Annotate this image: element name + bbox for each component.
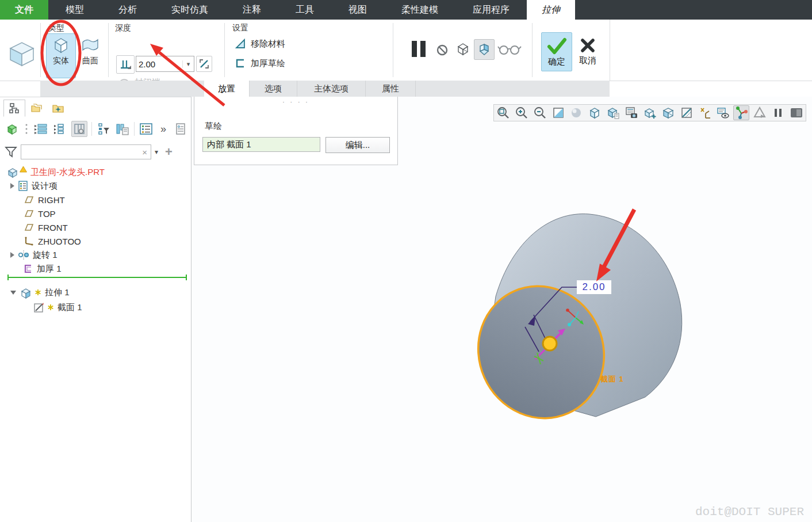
pause-feature-button[interactable] [406, 39, 431, 59]
model-cylinder[interactable] [449, 196, 696, 437]
cutting-plane-button[interactable] [679, 105, 695, 120]
tree-settings-button[interactable] [115, 121, 130, 136]
model-tree-tab[interactable] [3, 100, 25, 117]
menu-tools[interactable]: 工具 [278, 0, 331, 20]
depth-dimension-value[interactable]: 2.00 [577, 280, 611, 294]
new-section-button[interactable] [642, 105, 658, 120]
pending-asterisk-icon [35, 289, 41, 296]
tree-search-input[interactable] [21, 146, 139, 158]
menu-flexible-modeling[interactable]: 柔性建模 [384, 0, 455, 20]
tree-item-thicken[interactable]: 加厚 1 [0, 262, 191, 276]
show-model-button[interactable] [5, 121, 20, 136]
favorites-tab[interactable] [47, 100, 69, 117]
datum-display-button[interactable] [697, 105, 713, 120]
depth-option-button[interactable] [116, 55, 135, 74]
menu-live-simulation[interactable]: 实时仿真 [154, 0, 225, 20]
tree-report-button[interactable] [173, 121, 188, 136]
verify-glasses-button[interactable] [496, 39, 523, 59]
blind-depth-icon [119, 58, 132, 71]
menu-applications[interactable]: 应用程序 [455, 0, 527, 20]
tree-structure-icon [9, 102, 20, 114]
menu-analysis[interactable]: 分析 [101, 0, 154, 20]
tree-item-revolve[interactable]: 旋转 1 [0, 248, 191, 262]
expand-levels-button[interactable] [33, 121, 48, 136]
tab-body-options[interactable]: 主体选项 [297, 81, 366, 97]
pause-display-button[interactable] [770, 105, 786, 120]
collapse-levels-button[interactable] [52, 121, 67, 136]
more-tools-chevron[interactable]: » [158, 121, 169, 136]
tree-insertion-locator[interactable] [7, 277, 187, 278]
wireframe-preview-button[interactable] [453, 39, 473, 59]
tree-item-part[interactable]: 卫生间-水龙头.PRT [0, 165, 191, 179]
section-view-button[interactable] [660, 105, 676, 120]
tree-item-section[interactable]: 截面 1 [0, 300, 191, 315]
tab-options[interactable]: 选项 [250, 81, 297, 97]
tree-filters-button[interactable] [96, 121, 111, 136]
thicken-sketch-label: 加厚草绘 [251, 58, 285, 69]
cancel-button[interactable]: 取消 [573, 32, 603, 70]
zoom-in-button[interactable] [514, 105, 530, 120]
part-name-label: 卫生间-水龙头.PRT [30, 167, 105, 178]
menu-file[interactable]: 文件 [0, 0, 48, 20]
section-feature-tag[interactable]: 截面 1 [600, 374, 624, 384]
surface-type-button[interactable]: 曲面 [75, 33, 105, 78]
depth-value-input[interactable] [136, 58, 182, 70]
drag-dots-handle[interactable] [24, 121, 29, 136]
spin-center-button[interactable] [733, 105, 749, 120]
menu-tab-extrude-active[interactable]: 拉伸 [527, 0, 575, 20]
collapse-caret-icon[interactable] [10, 291, 16, 295]
flip-direction-icon [198, 58, 210, 70]
revolve-label: 旋转 1 [33, 250, 58, 261]
boxed-list-icon [139, 123, 153, 135]
annotation-display-button[interactable] [715, 105, 731, 120]
simulation-play-button[interactable] [752, 105, 768, 120]
menu-model[interactable]: 模型 [48, 0, 101, 20]
display-style-button[interactable] [587, 105, 603, 120]
saved-orientations-button[interactable] [605, 105, 621, 120]
menu-annotate[interactable]: 注释 [225, 0, 278, 20]
tree-columns-button[interactable] [71, 121, 87, 137]
add-filter-button[interactable]: + [165, 144, 173, 159]
design-items-view-button[interactable] [139, 121, 154, 136]
solid-type-button[interactable]: 实体 [46, 33, 76, 78]
thicken-sketch-toggle[interactable]: 加厚草绘 [235, 58, 285, 69]
menu-view[interactable]: 视图 [331, 0, 384, 20]
remove-material-toggle[interactable]: 移除材料 [235, 38, 285, 49]
ok-button[interactable]: 确定 [541, 32, 572, 71]
edit-sketch-button[interactable]: 编辑... [325, 137, 390, 153]
warning-triangle-icon [20, 166, 27, 173]
section-label: 截面 1 [58, 302, 82, 313]
expand-caret-icon[interactable] [10, 183, 14, 189]
clear-search-icon[interactable]: × [139, 147, 151, 157]
tree-item-front-plane[interactable]: FRONT [0, 220, 191, 234]
ribbon-separator [610, 20, 610, 81]
tab-placement[interactable]: 放置 [204, 81, 250, 97]
attached-preview-button[interactable] [474, 39, 495, 60]
zoom-out-button[interactable] [532, 105, 548, 120]
depth-value-combo: ▾ [136, 56, 194, 72]
tree-item-top-plane[interactable]: TOP [0, 207, 191, 220]
repaint-button[interactable] [550, 105, 566, 120]
tree-item-design-items[interactable]: 设计项 [0, 179, 191, 193]
sketch-reference-field[interactable]: 内部 截面 1 [202, 137, 320, 152]
folders-icon [30, 102, 43, 114]
tree-item-csys[interactable]: ZHUOTOO [0, 234, 191, 248]
no-preview-button[interactable] [434, 40, 451, 60]
flip-depth-direction-button[interactable] [196, 56, 212, 72]
panel-grip-handle[interactable]: · · · · [194, 98, 397, 106]
exit-fullscreen-button[interactable] [788, 105, 805, 120]
tree-item-extrude[interactable]: 拉伸 1 [0, 285, 191, 300]
search-options-caret[interactable]: ▾ [155, 148, 158, 156]
remove-material-icon [235, 38, 246, 49]
tab-properties[interactable]: 属性 [366, 81, 416, 97]
folder-browser-tab[interactable] [25, 100, 47, 117]
cancel-label: 取消 [579, 55, 596, 66]
depth-caret-icon[interactable]: ▾ [182, 60, 194, 68]
render-style-button[interactable] [568, 105, 584, 120]
expand-caret-icon[interactable] [10, 252, 14, 258]
tree-item-right-plane[interactable]: RIGHT [0, 193, 191, 207]
top-plane-label: TOP [38, 209, 56, 219]
view-manager-button[interactable] [623, 105, 639, 120]
zoom-fit-button[interactable] [495, 105, 511, 120]
depth-drag-handle[interactable] [543, 337, 557, 350]
